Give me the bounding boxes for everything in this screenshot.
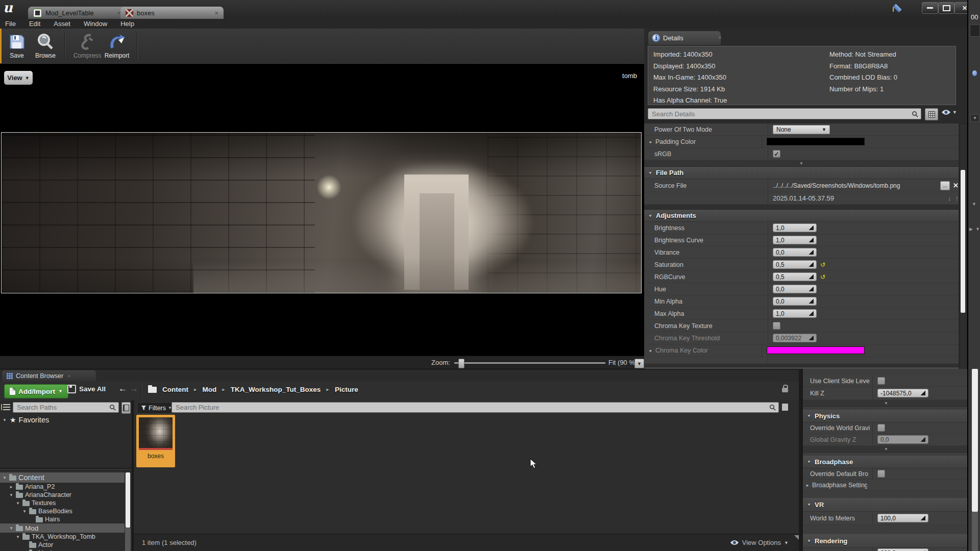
expand-arrow-icon[interactable]: ▸ bbox=[648, 348, 653, 353]
texture-preview-viewport[interactable]: View ▼ tomb bbox=[0, 63, 644, 356]
close-details-tab-icon[interactable]: × bbox=[718, 34, 722, 41]
breadcrumb-mod[interactable]: Mod bbox=[203, 386, 217, 393]
maximize-button[interactable] bbox=[938, 2, 954, 14]
collapse-arrow-icon[interactable]: ▾ bbox=[9, 492, 14, 497]
menu-edit[interactable]: Edit bbox=[29, 20, 40, 28]
breadcrumb-content[interactable]: Content bbox=[162, 386, 188, 393]
tab-mod-leveltable[interactable]: Mod_LevelTable × bbox=[28, 7, 126, 19]
scrollbar-thumb[interactable] bbox=[972, 369, 978, 512]
max-alpha-spinner[interactable]: 1,0 bbox=[773, 309, 817, 318]
vibrance-spinner[interactable]: 0,0 bbox=[773, 248, 817, 257]
tree-item-mod[interactable]: ▾ Mod bbox=[0, 523, 125, 533]
spinner-drag-icon[interactable] bbox=[809, 311, 814, 316]
details-tab[interactable]: i Details bbox=[648, 31, 721, 45]
brightness-curve-spinner[interactable]: 1,0 bbox=[773, 236, 817, 244]
favorites-section[interactable]: ▾ ★ Favorites bbox=[2, 416, 49, 424]
tree-item-basebodies[interactable]: ▾ BaseBodies bbox=[0, 507, 125, 515]
min-alpha-spinner[interactable]: 0,0 bbox=[773, 297, 817, 306]
collapse-arrow-icon[interactable]: ▾ bbox=[2, 417, 7, 422]
rgbcurve-spinner[interactable]: 0,5 bbox=[773, 272, 817, 281]
breadcrumb-tka-workshop-tut-boxes[interactable]: TKA_Workshop_Tut_Boxes bbox=[231, 386, 321, 393]
search-assets-input[interactable] bbox=[175, 403, 769, 412]
menu-asset[interactable]: Asset bbox=[54, 20, 70, 28]
adjustments-section-header[interactable]: ▾ Adjustments bbox=[644, 210, 959, 222]
reimport-button[interactable]: Reimport bbox=[102, 32, 132, 59]
override-default-broadphase-checkbox[interactable] bbox=[877, 470, 885, 478]
collapse-arrow-icon[interactable]: ▾ bbox=[2, 475, 7, 480]
details-view-filter-button[interactable]: ▼ bbox=[941, 109, 957, 115]
expand-arrow-icon[interactable]: ▸ bbox=[648, 139, 653, 144]
scrollbar-thumb[interactable] bbox=[126, 472, 130, 528]
rendering-section-header[interactable]: ▾ Rendering bbox=[803, 534, 969, 548]
minimize-button[interactable] bbox=[922, 2, 938, 14]
content-browser-tab[interactable]: Content Browser × bbox=[2, 370, 96, 381]
spinner-drag-icon[interactable] bbox=[809, 226, 814, 230]
spinner-drag-icon[interactable] bbox=[921, 391, 925, 395]
view-dropdown-button[interactable]: View ▼ bbox=[4, 71, 33, 85]
tree-item-content[interactable]: ▾ Content bbox=[0, 472, 125, 483]
zoom-slider-handle[interactable] bbox=[458, 359, 464, 368]
expand-arrow-icon[interactable]: ▸ bbox=[9, 484, 14, 489]
search-paths-input[interactable] bbox=[16, 403, 109, 412]
brightness-spinner[interactable]: 1,0 bbox=[773, 223, 817, 232]
tree-item-ariana-p2[interactable]: ▸ Ariana_P2 bbox=[0, 483, 125, 491]
menu-file[interactable]: File bbox=[5, 20, 16, 28]
override-world-gravity-checkbox[interactable] bbox=[877, 424, 885, 432]
spinner-drag-icon[interactable] bbox=[809, 274, 814, 279]
search-assets-box[interactable] bbox=[172, 402, 779, 413]
sources-view-toggle-button[interactable] bbox=[121, 402, 131, 414]
spinner-drag-icon[interactable] bbox=[809, 238, 814, 242]
zoom-preset-dropdown[interactable]: ▼ bbox=[634, 359, 644, 368]
back-arrow-icon[interactable]: ← bbox=[118, 384, 127, 394]
file-path-section-header[interactable]: ▾ File Path bbox=[644, 167, 959, 179]
reset-to-default-icon[interactable]: ↺ bbox=[820, 261, 825, 268]
asset-tile-boxes[interactable]: boxes bbox=[136, 415, 175, 467]
collapse-arrow-icon[interactable]: ▾ bbox=[22, 509, 27, 514]
expand-arrow-icon[interactable]: ▸ bbox=[805, 483, 810, 488]
arrow-up-icon[interactable]: ↑ bbox=[955, 194, 959, 202]
view-options-button[interactable]: View Options ▼ bbox=[730, 539, 789, 546]
zoom-slider-track[interactable] bbox=[454, 362, 605, 364]
kill-z-spinner[interactable]: -1048575,0 bbox=[877, 389, 928, 397]
save-search-icon[interactable] bbox=[782, 404, 788, 411]
close-tab-icon[interactable]: × bbox=[214, 9, 218, 17]
lock-icon[interactable] bbox=[782, 388, 788, 392]
broadphase-section-header[interactable]: ▾ Broadphase bbox=[803, 456, 969, 468]
forward-arrow-icon[interactable]: → bbox=[130, 384, 138, 394]
tutorial-graduation-cap-icon[interactable] bbox=[892, 4, 903, 10]
details-search-input[interactable] bbox=[651, 110, 912, 118]
collapse-arrow-icon[interactable]: ▾ bbox=[15, 500, 20, 506]
clear-file-icon[interactable]: ✕ bbox=[953, 182, 959, 189]
search-paths-box[interactable] bbox=[13, 402, 119, 413]
spinner-drag-icon[interactable] bbox=[809, 287, 814, 291]
details-search-box[interactable] bbox=[648, 108, 921, 119]
tree-item-textures[interactable]: ▾ Textures bbox=[0, 499, 125, 507]
breadcrumb-picture[interactable]: Picture bbox=[335, 386, 358, 393]
collapse-arrow-icon[interactable]: ▾ bbox=[9, 525, 14, 531]
power-of-two-dropdown[interactable]: None ▼ bbox=[773, 125, 830, 134]
chroma-key-texture-checkbox[interactable] bbox=[773, 322, 780, 330]
collapse-arrow-icon[interactable]: ▾ bbox=[15, 534, 20, 539]
spinner-drag-icon[interactable] bbox=[809, 262, 814, 267]
physics-section-header[interactable]: ▾ Physics bbox=[803, 410, 969, 422]
browse-file-button[interactable]: ... bbox=[940, 181, 950, 190]
compress-button[interactable]: Compress bbox=[72, 32, 102, 59]
browse-button[interactable]: Browse bbox=[31, 32, 60, 59]
use-client-side-checkbox[interactable] bbox=[877, 377, 885, 385]
arrow-down-icon[interactable]: ↓ bbox=[948, 194, 951, 202]
menu-help[interactable]: Help bbox=[120, 20, 134, 28]
save-all-button[interactable]: Save All bbox=[67, 385, 106, 393]
hue-spinner[interactable]: 0,0 bbox=[773, 285, 817, 293]
section-expander[interactable]: ▼ bbox=[803, 446, 969, 453]
padding-color-swatch[interactable] bbox=[767, 138, 865, 145]
filters-button[interactable]: Filters ▼ bbox=[137, 402, 176, 414]
vr-section-header[interactable]: ▾ VR bbox=[803, 498, 969, 512]
sources-list-icon[interactable] bbox=[3, 404, 10, 410]
reset-to-default-icon[interactable]: ↺ bbox=[820, 273, 825, 281]
details-display-mode-button[interactable] bbox=[925, 108, 938, 120]
details-scrollbar[interactable] bbox=[960, 123, 967, 369]
close-tab-icon[interactable]: × bbox=[67, 373, 70, 379]
srgb-checkbox[interactable]: ✓ bbox=[773, 150, 780, 158]
tree-item-actor[interactable]: Actor bbox=[0, 541, 125, 549]
tree-item-hairs[interactable]: Hairs bbox=[0, 515, 125, 523]
